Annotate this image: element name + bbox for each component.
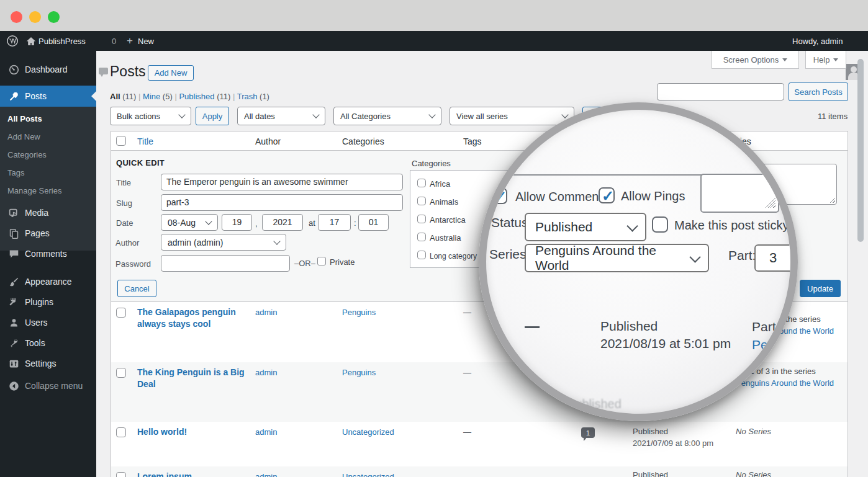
tags-cell: — bbox=[463, 308, 471, 317]
minimize-window-icon[interactable] bbox=[29, 11, 41, 23]
author-link[interactable]: admin bbox=[255, 368, 277, 377]
chevron-down-icon bbox=[833, 58, 838, 61]
search-posts-button[interactable]: Search Posts bbox=[789, 82, 848, 101]
cancel-button[interactable]: Cancel bbox=[117, 280, 156, 297]
magnified-series-value: Penguins Around the World bbox=[535, 243, 687, 273]
magnified-part-input[interactable]: 3 bbox=[754, 244, 798, 272]
category-link[interactable]: Uncategorized bbox=[342, 472, 394, 477]
magnified-status-select[interactable]: Published bbox=[525, 213, 646, 241]
search-input[interactable] bbox=[657, 83, 784, 100]
view-trash-link[interactable]: Trash bbox=[237, 92, 258, 101]
series-link[interactable]: Penguins Around the World bbox=[736, 378, 834, 388]
sidebar-item-all-posts[interactable]: All Posts bbox=[0, 107, 96, 128]
sidebar-item-dashboard[interactable]: Dashboard bbox=[0, 60, 96, 79]
date-minute-input[interactable]: 01 bbox=[358, 214, 389, 231]
title-input[interactable]: The Emperor penguin is an awesome swimme… bbox=[161, 174, 403, 190]
column-header-title[interactable]: Title bbox=[137, 136, 153, 146]
row-select-checkbox[interactable] bbox=[116, 472, 126, 477]
close-window-icon[interactable] bbox=[11, 11, 22, 23]
zoom-window-icon[interactable] bbox=[48, 11, 60, 23]
post-title-link[interactable]: The Galapagos penguin always stays cool bbox=[137, 306, 236, 330]
author-select[interactable]: admin (admin) bbox=[161, 234, 286, 251]
series-filter-select[interactable]: View all series bbox=[450, 107, 574, 125]
sidebar-item-add-new[interactable]: Add New bbox=[0, 128, 96, 146]
date-year-input[interactable]: 2021 bbox=[262, 214, 303, 231]
plus-icon[interactable]: + bbox=[127, 31, 133, 51]
bulk-actions-select[interactable]: Bulk actions bbox=[110, 107, 191, 125]
view-all-link[interactable]: All bbox=[110, 92, 120, 101]
post-title-link[interactable]: Lorem ipsum bbox=[137, 471, 192, 477]
magnified-sticky-checkbox[interactable] bbox=[652, 216, 668, 233]
category-checkbox-animals[interactable] bbox=[417, 197, 426, 205]
slug-input[interactable]: part-3 bbox=[161, 194, 403, 211]
help-tab[interactable]: Help bbox=[805, 51, 846, 69]
author-link[interactable]: admin bbox=[255, 472, 277, 477]
settings-icon bbox=[7, 359, 20, 369]
howdy-account-link[interactable]: Howdy, admin bbox=[792, 31, 843, 51]
select-all-checkbox[interactable] bbox=[116, 136, 126, 146]
comment-count-badge[interactable]: 1 bbox=[581, 427, 595, 438]
author-link[interactable]: admin bbox=[255, 427, 277, 437]
category-link[interactable]: Uncategorized bbox=[342, 427, 394, 437]
category-checkbox-antarctica[interactable] bbox=[417, 215, 426, 223]
row-select-checkbox[interactable] bbox=[116, 427, 126, 437]
sidebar-item-collapse-menu[interactable]: Collapse menu bbox=[0, 376, 96, 396]
magnified-allow-pings-checkbox[interactable]: ✓ bbox=[599, 187, 615, 203]
date-cell: 2021/07/09 at 8:00 pm bbox=[633, 439, 713, 448]
dates-filter-value: All dates bbox=[244, 112, 275, 121]
pages-icon bbox=[7, 228, 20, 239]
chevron-down-icon bbox=[178, 111, 185, 118]
view-separator: | bbox=[138, 92, 140, 101]
add-new-button[interactable]: Add New bbox=[148, 65, 194, 81]
admin-bar-comment-count[interactable]: 0 bbox=[112, 31, 116, 51]
private-checkbox[interactable] bbox=[317, 257, 326, 265]
magnified-series-select[interactable]: Penguins Around the World bbox=[525, 244, 709, 272]
tags-cell: — bbox=[463, 472, 471, 477]
view-published-link[interactable]: Published bbox=[179, 92, 214, 101]
vertical-scrollbar[interactable] bbox=[857, 59, 864, 242]
row-select-checkbox[interactable] bbox=[116, 368, 126, 378]
category-link[interactable]: Penguins bbox=[342, 368, 376, 377]
password-input[interactable] bbox=[161, 255, 290, 272]
category-link[interactable]: Penguins bbox=[342, 308, 376, 317]
sidebar-item-users[interactable]: Users bbox=[0, 313, 96, 332]
category-checkbox-africa[interactable] bbox=[417, 179, 426, 187]
sidebar-item-posts[interactable]: Posts bbox=[0, 86, 96, 107]
date-day-input[interactable]: 19 bbox=[222, 214, 252, 231]
category-checkbox-long-name[interactable] bbox=[417, 251, 426, 259]
sidebar-item-tags[interactable]: Tags bbox=[0, 164, 96, 182]
category-checkbox-australia[interactable] bbox=[417, 233, 426, 241]
dashboard-icon bbox=[7, 65, 20, 75]
author-link[interactable]: admin bbox=[255, 308, 277, 317]
pin-icon bbox=[7, 91, 20, 102]
apply-button[interactable]: Apply bbox=[196, 107, 229, 125]
post-title-link[interactable]: The King Penguin is a Big Deal bbox=[137, 367, 245, 390]
admin-bar-new-link[interactable]: New bbox=[138, 31, 154, 51]
no-series-text: No Series bbox=[736, 470, 771, 477]
magnified-status-label: Status bbox=[491, 215, 528, 230]
post-title-link[interactable]: Hello world! bbox=[137, 426, 187, 438]
row-select-checkbox[interactable] bbox=[116, 308, 126, 318]
magnified-allow-pings-label: Allow Pings bbox=[621, 189, 685, 203]
date-month-select[interactable]: 08-Aug bbox=[161, 214, 218, 231]
dates-filter-select[interactable]: All dates bbox=[237, 107, 325, 125]
appearance-icon bbox=[7, 277, 20, 287]
sidebar-item-comments[interactable]: Comments bbox=[0, 244, 96, 264]
sidebar-item-appearance[interactable]: Appearance bbox=[0, 272, 96, 292]
screen-options-tab[interactable]: Screen Options bbox=[712, 51, 799, 69]
sidebar-item-pages[interactable]: Pages bbox=[0, 223, 96, 243]
wordpress-logo-icon[interactable] bbox=[6, 31, 19, 51]
sidebar-item-manage-series[interactable]: Manage Series bbox=[0, 182, 96, 200]
sidebar-item-categories[interactable]: Categories bbox=[0, 146, 96, 164]
sidebar-item-plugins[interactable]: Plugins bbox=[0, 292, 96, 312]
magnified-textarea-border bbox=[495, 174, 702, 176]
sidebar-item-media[interactable]: Media bbox=[0, 203, 96, 223]
comments-icon bbox=[7, 249, 20, 259]
site-name-link[interactable]: PublishPress bbox=[38, 31, 86, 51]
categories-filter-select[interactable]: All Categories bbox=[333, 107, 441, 125]
date-hour-input[interactable]: 17 bbox=[318, 214, 351, 231]
update-button[interactable]: Update bbox=[800, 280, 841, 297]
sidebar-item-settings[interactable]: Settings bbox=[0, 354, 96, 373]
view-mine-link[interactable]: Mine bbox=[143, 92, 160, 101]
sidebar-item-tools[interactable]: Tools bbox=[0, 333, 96, 353]
